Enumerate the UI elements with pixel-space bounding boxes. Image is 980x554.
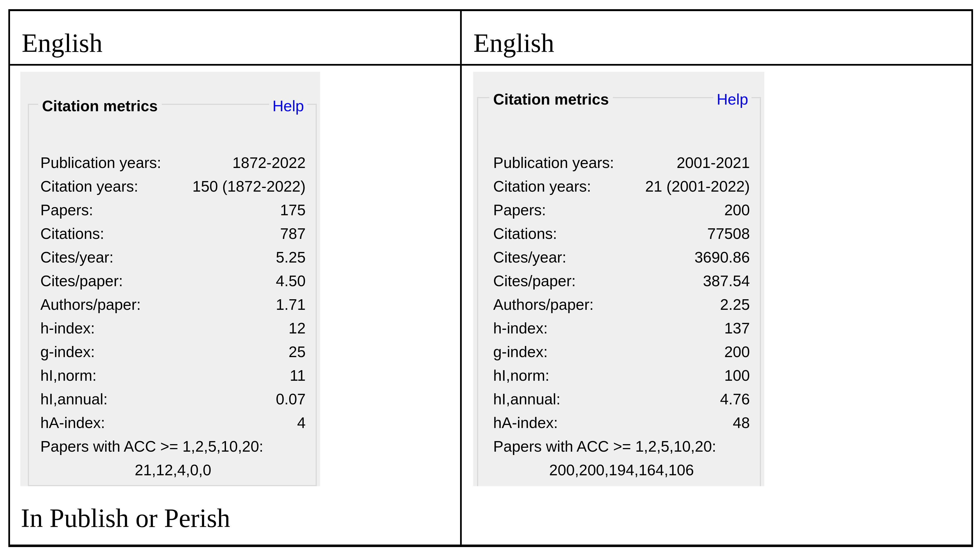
metric-row: h-index:12 (20, 317, 320, 340)
metric-value: 3690.86 (694, 245, 750, 269)
metric-row: hA-index:4 (20, 411, 320, 435)
metric-label: Citations: (493, 222, 557, 245)
acc-label-row: Papers with ACC >= 1,2,5,10,20: (20, 435, 320, 458)
metric-row: Publication years:1872-2022 (20, 151, 320, 175)
groupbox-title: Citation metrics (38, 98, 162, 114)
metric-row: hI,annual:4.76 (473, 387, 764, 411)
help-link[interactable]: Help (713, 91, 752, 108)
metric-label: Cites/paper: (40, 269, 123, 293)
metric-value: 25 (289, 340, 306, 364)
metric-label: hI,annual: (493, 387, 560, 411)
metric-row: Citation years:150 (1872-2022) (20, 175, 320, 198)
acc-label: Papers with ACC >= 1,2,5,10,20: (493, 435, 716, 458)
metric-label: hA-index: (40, 411, 105, 435)
metric-row: Citation years:21 (2001-2022) (473, 175, 764, 198)
table-border-bottom (8, 544, 973, 547)
metric-value: 4.50 (276, 269, 306, 293)
metric-row: Citations:787 (20, 222, 320, 245)
metric-row: Papers:200 (473, 198, 764, 222)
header-cell-right: English (474, 28, 554, 58)
metric-label: Cites/paper: (493, 269, 576, 293)
metric-label: hI,annual: (40, 387, 108, 411)
metric-value: 4 (297, 411, 306, 435)
metrics-rows: Publication years:1872-2022Citation year… (20, 151, 320, 482)
metric-row: hA-index:48 (473, 411, 764, 435)
metric-value: 0.07 (276, 387, 306, 411)
table-border-top (8, 9, 973, 11)
metric-row: h-index:137 (473, 317, 764, 340)
metric-row: hI,norm:100 (473, 364, 764, 387)
metric-row: g-index:25 (20, 340, 320, 364)
metric-label: Publication years: (493, 151, 614, 175)
header-cell-left: English (22, 28, 102, 58)
metric-row: Cites/paper:387.54 (473, 269, 764, 293)
metric-value: 2001-2021 (677, 151, 750, 175)
metric-label: hI,norm: (493, 364, 549, 387)
metric-row: Publication years:2001-2021 (473, 151, 764, 175)
metric-row: Citations:77508 (473, 222, 764, 245)
metric-value: 787 (280, 222, 306, 245)
metric-label: g-index: (40, 340, 95, 364)
citation-metrics-panel-right: Citation metrics Help Publication years:… (473, 72, 764, 486)
metric-row: Authors/paper:1.71 (20, 293, 320, 317)
metric-label: Authors/paper: (40, 293, 141, 317)
metric-value: 4.76 (720, 387, 750, 411)
metric-row: Cites/year:3690.86 (473, 245, 764, 269)
table-row-divider (8, 64, 973, 65)
metric-value: 150 (1872-2022) (192, 175, 306, 198)
metric-label: Citation years: (40, 175, 138, 198)
table-column-divider (460, 9, 462, 547)
metric-value: 175 (280, 198, 306, 222)
document-page: English English Citation metrics Help Pu… (0, 0, 980, 554)
metric-label: Cites/year: (40, 245, 113, 269)
metric-value: 200 (724, 198, 750, 222)
metric-value: 77508 (707, 222, 750, 245)
metric-label: Citations: (40, 222, 104, 245)
groupbox-title: Citation metrics (489, 91, 613, 108)
metric-value: 2.25 (720, 293, 750, 317)
metric-value: 1.71 (276, 293, 306, 317)
metric-value: 12 (289, 317, 306, 340)
metric-label: Authors/paper: (493, 293, 594, 317)
metrics-rows: Publication years:2001-2021Citation year… (473, 151, 764, 482)
metric-label: hI,norm: (40, 364, 97, 387)
table-border-left (8, 9, 10, 547)
metric-row: Cites/year:5.25 (20, 245, 320, 269)
help-link[interactable]: Help (269, 98, 307, 114)
metric-label: Citation years: (493, 175, 591, 198)
metric-value: 5.25 (276, 245, 306, 269)
metric-value: 48 (733, 411, 750, 435)
table-border-right (971, 9, 973, 547)
metric-label: Papers: (40, 198, 93, 222)
metric-row: hI,norm:11 (20, 364, 320, 387)
metric-label: h-index: (40, 317, 95, 340)
acc-values-row: 200,200,194,164,106 (473, 458, 764, 482)
metric-row: Papers:175 (20, 198, 320, 222)
metric-value: 100 (724, 364, 750, 387)
metric-label: Papers: (493, 198, 546, 222)
metric-value: 387.54 (703, 269, 750, 293)
acc-values-row: 21,12,4,0,0 (20, 458, 320, 482)
metric-label: Publication years: (40, 151, 161, 175)
metric-row: Cites/paper:4.50 (20, 269, 320, 293)
metric-label: hA-index: (493, 411, 558, 435)
metric-value: 21 (2001-2022) (645, 175, 750, 198)
metric-value: 137 (724, 317, 750, 340)
metric-row: hI,annual:0.07 (20, 387, 320, 411)
metric-label: h-index: (493, 317, 548, 340)
metric-value: 1872-2022 (232, 151, 306, 175)
acc-label: Papers with ACC >= 1,2,5,10,20: (40, 435, 263, 458)
metric-value: 200 (724, 340, 750, 364)
acc-label-row: Papers with ACC >= 1,2,5,10,20: (473, 435, 764, 458)
metric-label: Cites/year: (493, 245, 567, 269)
metric-row: g-index:200 (473, 340, 764, 364)
metric-value: 11 (290, 364, 306, 387)
metric-label: g-index: (493, 340, 548, 364)
table-caption: In Publish or Perish (21, 503, 230, 533)
citation-metrics-panel-left: Citation metrics Help Publication years:… (20, 72, 320, 486)
metric-row: Authors/paper:2.25 (473, 293, 764, 317)
